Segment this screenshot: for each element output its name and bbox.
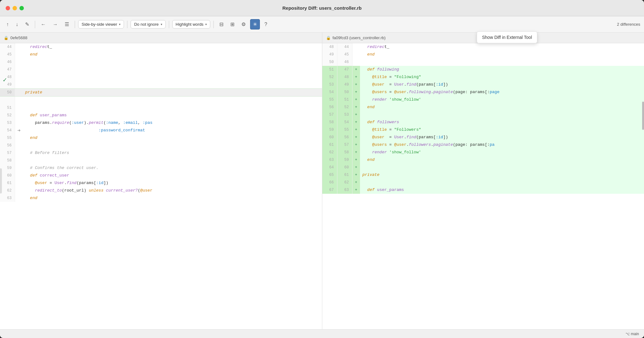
status-text: ⌥ main [625, 332, 639, 336]
table-row: 48 [0, 73, 322, 81]
table-row: 49 45 end [322, 51, 644, 58]
highlight-dropdown-label: Highlight words [176, 22, 204, 27]
left-pane-header: 🔒 0efe5688 [0, 33, 322, 43]
edit-icon: ✎ [25, 21, 29, 27]
separator-3 [127, 21, 127, 28]
scroll-indicator [0, 168, 2, 193]
table-row: 55 51 + render 'show_follow' [322, 96, 644, 103]
table-row: 52 48 + @title = "Following" [322, 73, 644, 81]
highlight-dropdown[interactable]: Highlight words ▾ [172, 20, 211, 29]
table-row: 45 end [0, 51, 322, 58]
left-arrow-icon: ← [41, 22, 46, 27]
table-row: 65 61 + private [322, 171, 644, 179]
table-row: 47 [0, 66, 322, 73]
table-row: 44 redirect_ [0, 43, 322, 51]
panel-icon: ⊞ [230, 21, 234, 27]
table-row: 59 55 + @title = "Followers" [322, 126, 644, 134]
table-row: 50 private [0, 88, 322, 97]
table-row: 57 53 + [322, 111, 644, 119]
table-row: 48 44 redirect_ [322, 43, 644, 51]
tooltip-text: Show Diff in External Tool [482, 35, 532, 40]
minimize-button[interactable] [13, 6, 17, 10]
viewer-dropdown[interactable]: Side-by-side viewer ▾ [78, 20, 124, 29]
table-row: 63 end [0, 194, 322, 202]
separator-1 [35, 21, 35, 28]
lines-button[interactable]: ☰ [62, 19, 72, 29]
separator-2 [75, 21, 75, 28]
right-commit-info: fa09fcd3 (users_controller.rb) [333, 35, 386, 40]
app-window: Repository Diff: users_controller.rb ↑ ↓… [0, 0, 644, 338]
toolbar: ↑ ↓ ✎ ← → ☰ Side-by-side viewer ▾ Do not… [0, 16, 644, 33]
table-row: 64 60 + [322, 164, 644, 171]
right-arrow-icon: → [53, 22, 58, 27]
table-row: 54 50 + @users = @user.following.paginat… [322, 88, 644, 96]
close-button[interactable] [6, 6, 10, 10]
table-row: 56 [0, 142, 322, 149]
title-bar: Repository Diff: users_controller.rb [0, 0, 644, 16]
table-row: 50 46 [322, 58, 644, 66]
traffic-lights [6, 6, 24, 10]
table-row: 59 # Confirms the correct user. [0, 164, 322, 172]
table-row: 49 [0, 81, 322, 88]
settings-button[interactable]: ⚙ [239, 19, 248, 29]
table-row: 46 [0, 58, 322, 66]
table-row: 66 62 + [322, 179, 644, 186]
tooltip-container: Show Diff in External Tool [477, 31, 537, 43]
table-row: 63 59 + end [322, 156, 644, 164]
separator-4 [169, 21, 169, 28]
table-row: 60 56 + @user = User.find(params[:id]) [322, 134, 644, 141]
external-tool-tooltip: Show Diff in External Tool [477, 31, 537, 43]
window-title: Repository Diff: users_controller.rb [282, 5, 362, 11]
left-diff-content[interactable]: ✓ 44 redirect_ 45 end 46 [0, 43, 322, 329]
scroll-down-button[interactable]: ↓ [13, 20, 21, 29]
diff-area: 🔒 0efe5688 ✓ 44 redirect_ 45 end [0, 33, 644, 329]
table-row: 55 end [0, 134, 322, 142]
table-row [0, 97, 322, 104]
viewer-dropdown-label: Side-by-side viewer [82, 22, 117, 27]
scroll-up-button[interactable]: ↑ [4, 20, 11, 29]
minus-icon: ⊟ [219, 21, 223, 27]
ignore-dropdown[interactable]: Do not ignore ▾ [131, 20, 165, 29]
table-row: 51 47 + def following [322, 66, 644, 73]
lock-icon-right: 🔒 [326, 36, 331, 40]
lock-icon: 🔒 [4, 36, 8, 40]
status-bar: ⌥ main [0, 329, 644, 338]
maximize-button[interactable] [19, 6, 24, 10]
table-row: 62 58 + render 'show_follow' [322, 149, 644, 156]
table-row: 62 redirect_to(root_url) unless current_… [0, 187, 322, 194]
table-row: 56 52 + end [322, 103, 644, 111]
table-row: 58 54 + def followers [322, 119, 644, 126]
settings-extra-button[interactable]: ⊟ [217, 19, 226, 29]
arrow-up-icon: ↑ [6, 22, 9, 27]
table-row: 67 63 + def user_params [322, 186, 644, 194]
left-commit-hash: 0efe5688 [10, 35, 27, 40]
table-row: 53 params.require(:user).permit(:name, :… [0, 119, 322, 127]
table-row: 52 def user_params [0, 112, 322, 119]
table-row: 54 :password_confirmat [0, 127, 322, 134]
chevron-down-icon: ▾ [119, 23, 121, 26]
right-diff-content[interactable]: 48 44 redirect_ 49 45 end 50 46 [322, 43, 644, 329]
differences-count: 2 differences [617, 22, 640, 27]
ignore-dropdown-label: Do not ignore [134, 22, 158, 27]
external-tool-button[interactable]: ✳ [250, 19, 260, 29]
scrollbar-thumb[interactable] [642, 102, 644, 130]
help-button[interactable]: ? [262, 20, 270, 29]
check-mark: ✓ [3, 77, 7, 83]
navigate-left-button[interactable]: ← [38, 20, 48, 29]
wrap-icon [17, 129, 21, 132]
lines-icon: ☰ [65, 21, 69, 27]
table-row: 51 [0, 104, 322, 112]
navigate-right-button[interactable]: → [50, 20, 60, 29]
separator-5 [213, 21, 214, 28]
table-row: 53 49 + @user = User.find(params[:id]) [322, 81, 644, 88]
table-row: 61 57 + @users = @user.followers.paginat… [322, 141, 644, 149]
chevron-down-icon-2: ▾ [161, 23, 162, 26]
table-row: 60 def correct_user [0, 172, 322, 179]
arrow-down-icon: ↓ [16, 22, 18, 27]
right-pane: 🔒 fa09fcd3 (users_controller.rb) 48 44 r… [322, 33, 644, 329]
help-icon: ? [264, 22, 267, 27]
panel-toggle-button[interactable]: ⊞ [228, 19, 237, 29]
edit-button[interactable]: ✎ [23, 19, 32, 29]
table-row: 57 # Before filters [0, 149, 322, 157]
table-row: 58 [0, 157, 322, 164]
